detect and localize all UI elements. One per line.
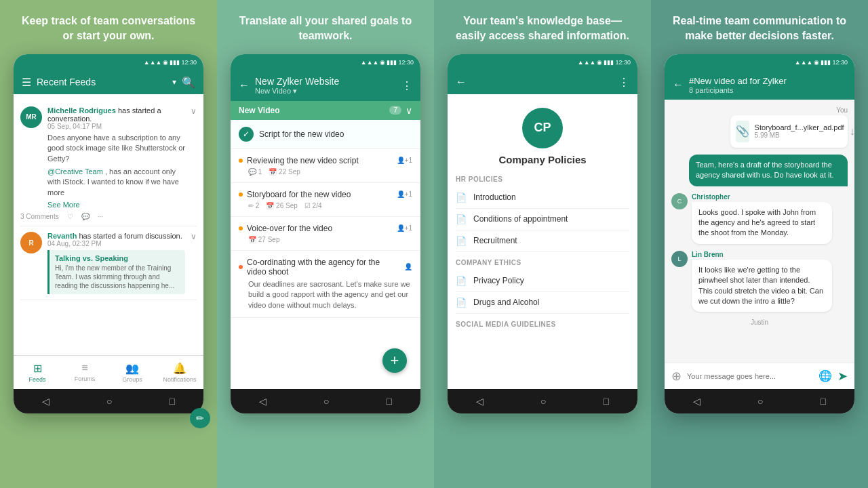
back-icon-2[interactable]: ← — [239, 79, 250, 92]
tab-forums[interactable]: ≡ Forums — [61, 356, 108, 389]
task-title-row-3: Storyboard for the new video 👤+1 — [239, 190, 412, 199]
kb-item-text-privacy: Privacy Policy — [473, 276, 524, 285]
kb-screen-content: CP Company Policies HR POLICIES 📄 Introd… — [448, 94, 637, 389]
check-icon-1: ✓ — [239, 127, 254, 142]
post-content-2: Revanth has started a forum discussion. … — [47, 232, 185, 294]
tab-groups[interactable]: 👥 Groups — [108, 356, 156, 389]
task-title-row-2: Reviewing the new video script 👤+1 — [239, 156, 412, 165]
chat-file-message: 📎 Storyboard_f...ylker_ad.pdf 5.99 MB ↓ — [730, 115, 848, 148]
back-icon-4[interactable]: ← — [673, 79, 684, 91]
feed-actions-1: 3 Comments ♡ 💬 ··· — [20, 213, 197, 220]
comment-icon[interactable]: 💬 — [81, 213, 90, 220]
msg-content-christopher: Christopher Looks good. I spoke with Joh… — [692, 193, 848, 244]
task-section-header: New Video 7 ∨ — [231, 101, 420, 120]
dropdown-icon[interactable]: ▾ — [172, 77, 176, 87]
forum-excerpt: Hi, I'm the new member of the Training T… — [55, 264, 180, 290]
kb-item-text-introduction: Introduction — [473, 192, 516, 202]
feeds-tab-icon: ⊞ — [33, 362, 42, 375]
tasks-header-title: New Zylker Website — [255, 76, 396, 87]
tasks-header-titles: New Zylker Website New Video ▾ — [255, 76, 396, 96]
doc-icon-5: 📄 — [456, 298, 467, 308]
task-item-4[interactable]: Voice-over for the video 👤+1 📅 27 Sep — [231, 217, 420, 251]
feeds-body: MR Michelle Rodrigues has started a conv… — [14, 94, 203, 355]
file-info: Storyboard_f...ylker_ad.pdf 5.99 MB — [755, 123, 844, 139]
author-michelle[interactable]: Michelle Rodrigues — [47, 106, 116, 115]
send-icon[interactable]: ➤ — [837, 369, 848, 384]
chat-input-bar: ⊕ 🌐 ➤ — [665, 363, 854, 389]
avatar-revanth: R — [20, 232, 42, 253]
hamburger-icon[interactable]: ☰ — [22, 76, 31, 89]
home-nav-3[interactable]: ○ — [527, 396, 559, 407]
task-title-5: Co-ordinating with the agency for the vi… — [247, 258, 399, 277]
square-nav-4[interactable]: □ — [807, 396, 840, 407]
kb-item-privacy[interactable]: 📄 Privacy Policy — [456, 270, 629, 292]
status-bar-4: ▲▲▲ ◉ ▮▮▮ 12:30 — [665, 54, 854, 70]
nav-bar-4: ◁ ○ □ — [665, 389, 854, 413]
kb-header: ← ⋮ — [448, 70, 637, 94]
kb-section-hr: HR POLICIES — [456, 176, 629, 183]
task-item-5[interactable]: Co-ordinating with the agency for the vi… — [231, 251, 420, 318]
back-nav-4[interactable]: ◁ — [679, 396, 714, 407]
see-more-1[interactable]: See More — [47, 201, 185, 209]
task-dot-2 — [239, 159, 243, 163]
forum-card[interactable]: Talking vs. Speaking Hi, I'm the new mem… — [47, 250, 185, 294]
avatar-lin: L — [671, 251, 688, 267]
signal-icon-4: ▲▲▲ — [795, 59, 813, 66]
home-nav-4[interactable]: ○ — [744, 396, 776, 407]
more-icon-3[interactable]: ⋮ — [618, 76, 629, 89]
more-icon[interactable]: ··· — [98, 213, 103, 220]
timestamp-1: 05 Sep, 04:17 PM — [47, 123, 185, 130]
task-item-3[interactable]: Storyboard for the new video 👤+1 ✏ 2 📅 2… — [231, 183, 420, 217]
groups-tab-label: Groups — [122, 376, 142, 383]
home-nav-1[interactable]: ○ — [93, 396, 125, 407]
back-nav-3[interactable]: ◁ — [462, 396, 497, 407]
add-task-fab[interactable]: + — [382, 348, 407, 373]
square-nav-2[interactable]: □ — [373, 396, 406, 407]
back-icon-3[interactable]: ← — [456, 76, 467, 88]
time-display-3: 12:30 — [615, 59, 631, 66]
status-icons-1: ▲▲▲ ◉ ▮▮▮ 12:30 — [144, 59, 197, 66]
chat-msg-christopher: C Christopher Looks good. I spoke with J… — [671, 193, 848, 244]
kb-item-recruitment[interactable]: 📄 Recruitment — [456, 230, 629, 252]
panel-4-heading: Real-time team communication to make bet… — [671, 14, 848, 44]
square-nav-3[interactable]: □ — [590, 396, 623, 407]
kb-item-conditions[interactable]: 📄 Conditions of appointment — [456, 209, 629, 230]
forums-tab-icon: ≡ — [81, 362, 87, 374]
add-attachment-icon[interactable]: ⊕ — [671, 369, 682, 384]
square-nav-1[interactable]: □ — [156, 396, 189, 407]
kb-item-drugs[interactable]: 📄 Drugs and Alcohol — [456, 292, 629, 314]
kb-item-text-conditions: Conditions of appointment — [473, 214, 568, 224]
kb-avatar: CP — [522, 108, 563, 148]
tab-notifications[interactable]: 🔔 Notifications — [156, 356, 203, 389]
download-icon[interactable]: ↓ — [850, 125, 854, 138]
back-nav-1[interactable]: ◁ — [28, 396, 63, 407]
task-item-2[interactable]: Reviewing the new video script 👤+1 💬 1 📅… — [231, 149, 420, 183]
post-expand-icon-2[interactable]: ∨ — [191, 232, 197, 241]
status-icons-3: ▲▲▲ ◉ ▮▮▮ 12:30 — [578, 59, 631, 66]
post-row-1: MR Michelle Rodrigues has started a conv… — [20, 106, 197, 209]
emoji-icon[interactable]: 🌐 — [818, 369, 832, 382]
post-header-1: Michelle Rodrigues has started a convers… — [47, 106, 185, 123]
wifi-icon-4: ◉ — [814, 59, 819, 66]
mention-text[interactable]: @Creative Team — [47, 167, 103, 176]
task-title-row-4: Voice-over for the video 👤+1 — [239, 224, 412, 233]
wifi-icon: ◉ — [163, 59, 168, 66]
tab-feeds[interactable]: ⊞ Feeds — [14, 356, 61, 389]
search-icon[interactable]: 🔍 — [182, 76, 195, 89]
post-mention-1: @Creative Team , has an account only wit… — [47, 167, 185, 198]
task-item-1[interactable]: ✓ Script for the new video — [231, 120, 420, 149]
section-chevron[interactable]: ∨ — [406, 105, 412, 116]
back-nav-2[interactable]: ◁ — [245, 396, 280, 407]
battery-icon-4: ▮▮▮ — [821, 59, 831, 66]
task-count-badge: 7 — [389, 106, 401, 115]
more-icon-2[interactable]: ⋮ — [401, 79, 412, 92]
author-revanth[interactable]: Revanth — [47, 232, 77, 240]
home-nav-2[interactable]: ○ — [310, 396, 342, 407]
tasks-header-subtitle[interactable]: New Video ▾ — [255, 87, 396, 96]
task-title-row-1: ✓ Script for the new video — [239, 127, 412, 142]
doc-icon-2: 📄 — [456, 214, 467, 224]
chat-message-input[interactable] — [687, 372, 813, 380]
kb-item-introduction[interactable]: 📄 Introduction — [456, 187, 629, 209]
like-icon[interactable]: ♡ — [67, 213, 73, 220]
post-expand-icon[interactable]: ∨ — [191, 106, 197, 116]
